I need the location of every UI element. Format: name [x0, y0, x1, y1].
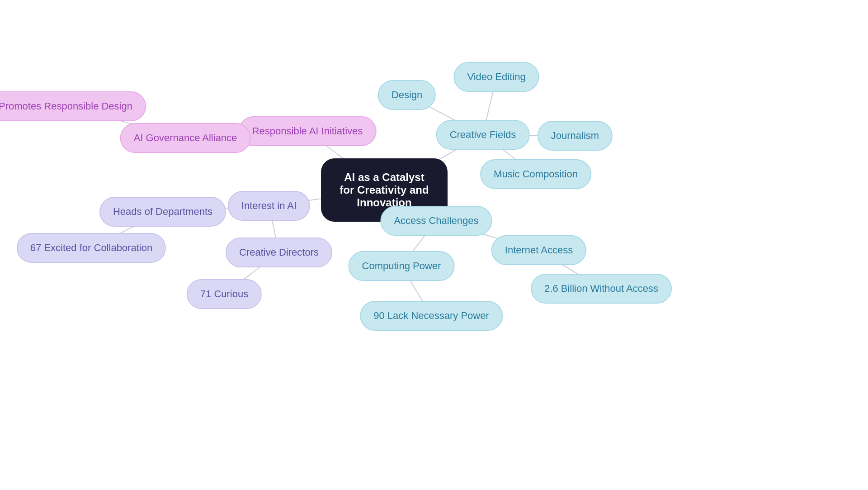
- node-computing-power[interactable]: Computing Power: [349, 251, 455, 281]
- node-access-challenges[interactable]: Access Challenges: [380, 206, 492, 236]
- node-design[interactable]: Design: [378, 80, 436, 110]
- node-heads-dept[interactable]: Heads of Departments: [99, 197, 226, 227]
- node-interest-ai[interactable]: Interest in AI: [228, 191, 310, 221]
- node-video-editing[interactable]: Video Editing: [453, 62, 539, 92]
- node-billion-access[interactable]: 2.6 Billion Without Access: [531, 274, 672, 304]
- node-internet-access[interactable]: Internet Access: [491, 235, 586, 265]
- node-curious[interactable]: 71 Curious: [187, 279, 262, 309]
- node-promotes-design[interactable]: Promotes Responsible Design: [0, 91, 146, 121]
- node-excited[interactable]: 67 Excited for Collaboration: [17, 233, 166, 263]
- node-creative-fields[interactable]: Creative Fields: [436, 120, 530, 150]
- mind-map-canvas: AI as a Catalyst for Creativity and Inno…: [0, 0, 868, 490]
- node-creative-directors[interactable]: Creative Directors: [226, 238, 332, 267]
- node-journalism[interactable]: Journalism: [538, 121, 613, 151]
- node-ai-governance[interactable]: AI Governance Alliance: [120, 123, 251, 153]
- node-lack-power[interactable]: 90 Lack Necessary Power: [360, 301, 503, 331]
- node-music-comp[interactable]: Music Composition: [480, 159, 591, 189]
- node-responsible-ai[interactable]: Responsible AI Initiatives: [239, 116, 377, 146]
